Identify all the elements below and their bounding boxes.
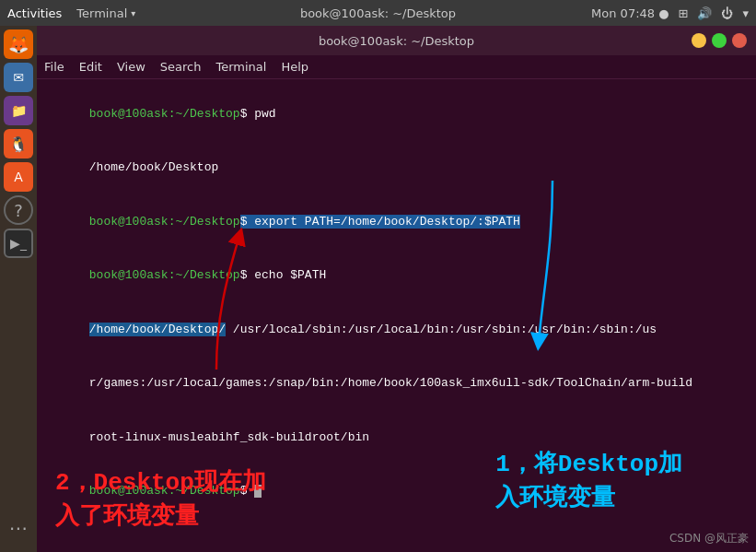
prompt-6: book@100ask:~/Desktop (89, 484, 240, 498)
terminal-window: book@100ask: ~/Desktop File Edit View Se… (37, 26, 756, 552)
menu-bar: File Edit View Search Terminal Help (37, 55, 756, 79)
power-icon[interactable]: ⏻ (721, 6, 733, 20)
sidebar-item-firefox[interactable]: 🦊 (4, 29, 33, 59)
menu-file[interactable]: File (44, 60, 64, 74)
sidebar-item-ubuntu[interactable]: 🐧 (4, 129, 33, 159)
path-line3: root-linux-musleabihf_sdk-buildroot/bin (89, 430, 369, 444)
cursor (254, 485, 262, 498)
prompt-3: book@100ask:~/Desktop (89, 215, 240, 229)
volume-icon[interactable]: 🔊 (697, 6, 712, 20)
network-icon: ⊞ (679, 6, 689, 20)
activities-button[interactable]: Activities (7, 6, 62, 20)
sidebar-item-help[interactable]: ? (4, 195, 33, 225)
window-controls (692, 33, 747, 48)
system-bar-right: Mon 07:48 ● ⊞ 🔊 ⏻ ▾ (591, 6, 749, 20)
window-title: book@100ask: ~/Desktop (300, 6, 456, 20)
settings-dropdown-icon[interactable]: ▾ (742, 6, 749, 20)
terminal-line-5c: root-linux-musleabihf_sdk-buildroot/bin (46, 410, 747, 464)
terminal-dropdown-icon[interactable]: ▾ (131, 8, 135, 18)
path-highlight: /home/book/Desktop/ (89, 323, 226, 336)
menu-edit[interactable]: Edit (79, 60, 102, 74)
title-bar-title: book@100ask: ~/Desktop (319, 34, 474, 48)
terminal-line-4: book@100ask:~/Desktop$ echo $PATH (46, 249, 747, 303)
prompt-1: book@100ask:~/Desktop (89, 107, 240, 121)
maximize-button[interactable] (712, 33, 727, 48)
system-bar: Activities Terminal ▾ book@100ask: ~/Des… (0, 0, 756, 26)
sidebar-item-terminal[interactable]: ▶_ (4, 229, 33, 258)
terminal-line-1: book@100ask:~/Desktop$ pwd (46, 87, 747, 141)
system-bar-left: Activities Terminal ▾ (7, 6, 135, 20)
terminal-title-text: Terminal (76, 6, 127, 20)
sidebar-item-files[interactable]: 📁 (4, 96, 33, 125)
cmd-4: $ echo $PATH (240, 268, 327, 282)
terminal-title-bar: Terminal ▾ (76, 6, 135, 20)
terminal-line-5b: r/games:/usr/local/games:/snap/bin:/home… (46, 357, 747, 411)
menu-search[interactable]: Search (160, 60, 202, 74)
sidebar: 🦊 ✉ 📁 🐧 A ? ▶_ ⋯ (0, 26, 37, 552)
watermark: CSDN @风正豪 (669, 531, 749, 546)
terminal-line-6: book@100ask:~/Desktop$ (46, 464, 747, 519)
sidebar-item-email[interactable]: ✉ (4, 63, 33, 92)
system-bar-center: book@100ask: ~/Desktop (300, 6, 456, 20)
datetime-label: Mon 07:48 ● (591, 6, 669, 20)
menu-terminal[interactable]: Terminal (215, 60, 266, 74)
prompt-4: book@100ask:~/Desktop (89, 268, 240, 282)
title-bar: book@100ask: ~/Desktop (37, 26, 756, 55)
cmd-6: $ (240, 484, 255, 498)
menu-help[interactable]: Help (281, 60, 308, 74)
output-1: /home/book/Desktop (89, 160, 218, 174)
terminal-body[interactable]: book@100ask:~/Desktop$ pwd /home/book/De… (37, 79, 756, 552)
minimize-button[interactable] (692, 33, 706, 48)
terminal-line-2: /home/book/Desktop (46, 141, 747, 195)
sidebar-item-store[interactable]: A (4, 162, 33, 192)
terminal-line-3: book@100ask:~/Desktop$ export PATH=/home… (46, 194, 747, 249)
menu-view[interactable]: View (117, 60, 145, 74)
path-rest: /usr/local/sbin:/usr/local/bin:/usr/sbin… (226, 323, 657, 336)
close-button[interactable] (732, 33, 747, 48)
cmd-1: $ pwd (240, 107, 276, 121)
cmd-3: $ export PATH=/home/book/Desktop/:$PATH (240, 215, 520, 229)
path-line2: r/games:/usr/local/games:/snap/bin:/home… (89, 376, 692, 390)
terminal-line-5a: /home/book/Desktop/ /usr/local/sbin:/usr… (46, 302, 747, 357)
sidebar-item-apps[interactable]: ⋯ (4, 513, 33, 543)
